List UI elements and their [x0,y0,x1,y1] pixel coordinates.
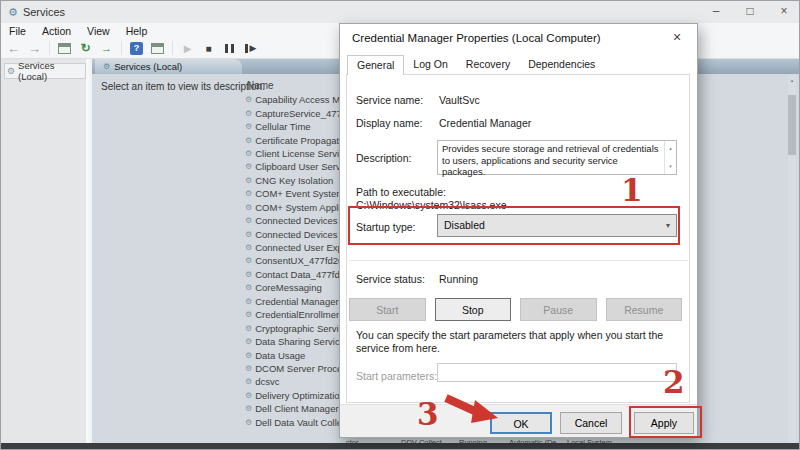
annotation-box-apply [629,406,702,438]
service-list-item[interactable]: Connected User Exp [245,241,341,254]
back-icon[interactable]: ← [5,40,22,56]
resume-button[interactable]: Resume [606,298,683,321]
console-tree-panel: ⚙ Services (Local) [1,59,89,443]
forward-icon[interactable]: → [26,40,43,56]
annotation-step-2: 2 [663,367,685,398]
scroll-down-icon[interactable]: ▾ [669,161,672,173]
start-button[interactable]: Start [349,298,426,321]
vertical-scrollbar[interactable]: ▴ [788,75,796,443]
services-window: ⚙ Services – □ × File Action View Help ←… [0,0,800,450]
help-icon[interactable]: ? [128,40,145,56]
service-name-value: VaultSvc [439,94,480,106]
service-list-item[interactable]: Credential Manager [245,295,341,308]
display-name-value: Credential Manager [439,117,531,129]
tree-item-services-local[interactable]: ⚙ Services (Local) [4,63,86,79]
dialog-close-icon[interactable]: × [665,28,689,48]
maximize-button[interactable]: □ [733,1,767,23]
service-list-item[interactable]: Data Usage [245,348,341,361]
service-list-item[interactable]: Data Sharing Service [245,335,341,348]
toolbar-separator [49,41,50,55]
description-label: Description: [356,152,411,164]
service-list-item[interactable]: dcsvc [245,375,341,388]
service-list-item[interactable]: Cryptographic Servi [245,321,341,334]
stop-service-icon[interactable]: ■ [200,40,217,56]
services-tab-icon: ⚙ [103,62,110,71]
service-list-item[interactable]: Capability Access Ma [245,93,341,106]
description-hint: Select an item to view its description. [101,81,265,92]
section-divider [349,260,688,261]
name-column-header[interactable]: Name [247,80,274,91]
description-scrollbar[interactable]: ▴ ▾ [664,141,676,174]
pause-service-icon[interactable] [221,40,238,56]
annotation-step-3: 3 [417,399,439,430]
tab-general[interactable]: General [347,55,404,75]
service-list-item[interactable]: Delivery Optimizatio [245,389,341,402]
dialog-title: Credential Manager Properties (Local Com… [340,24,697,52]
show-console-tree-icon[interactable] [56,40,73,56]
scroll-up-icon[interactable]: ▴ [788,77,796,83]
path-to-executable-label: Path to executable: [356,186,446,198]
close-button[interactable]: × [767,1,800,23]
tree-item-label: Services (Local) [18,60,85,82]
service-list-item[interactable]: Certificate Propagati [245,133,341,146]
service-list-item[interactable]: Connected Devices P [245,214,341,227]
service-list-item[interactable]: CoreMessaging [245,281,341,294]
scroll-up-icon[interactable]: ▴ [669,143,672,155]
service-control-buttons: Start Stop Pause Resume [349,298,682,321]
service-list-item[interactable]: Client License Servic [245,147,341,160]
window-title: Services [23,6,65,18]
restart-service-icon[interactable]: ▶ [242,40,259,56]
toolbar-separator [121,41,122,55]
service-status-value: Running [439,273,478,285]
menu-help[interactable]: Help [118,25,156,37]
service-list-item[interactable]: DCOM Server Proces [245,362,341,375]
service-list-item[interactable]: CaptureService_477f [245,106,341,119]
export-list-icon[interactable]: → [98,40,115,56]
refresh-icon[interactable]: ↻ [77,40,94,56]
menu-action[interactable]: Action [34,25,79,37]
service-list-item[interactable]: CNG Key Isolation [245,174,341,187]
service-name-label: Service name: [356,94,423,106]
display-name-label: Display name: [356,117,423,129]
ok-button[interactable]: OK [490,412,552,434]
service-list-item[interactable]: CredentialEnrollmen [245,308,341,321]
service-list-item[interactable]: Contact Data_477fd2 [245,268,341,281]
dialog-tabs: General Log On Recovery Dependencies [347,55,604,75]
menu-view[interactable]: View [79,25,118,37]
service-list-item[interactable]: ConsentUX_477fd20 [245,254,341,267]
service-list-item[interactable]: Dell Data Vault Colle [245,416,341,429]
start-parameters-label: Start parameters: [356,370,437,382]
services-app-icon: ⚙ [8,6,18,19]
annotation-step-1: 1 [621,175,643,206]
start-parameters-input[interactable] [437,363,677,382]
minimize-button[interactable]: – [699,1,733,23]
annotation-arrow-icon [443,392,499,426]
annotation-box-startup-type [348,206,680,245]
service-status-label: Service status: [356,273,425,285]
services-list: Capability Access MaCaptureService_477fC… [245,93,341,429]
service-list-item[interactable]: COM+ Event System [245,187,341,200]
services-node-icon: ⚙ [7,66,15,76]
toolbar-separator [172,41,173,55]
service-list-item[interactable]: Dell Client Manager [245,402,341,415]
service-list-item[interactable]: Connected Devices P [245,227,341,240]
service-list-item[interactable]: Cellular Time [245,120,341,133]
tab-recovery[interactable]: Recovery [457,55,519,75]
bottom-dark-bar [1,443,800,449]
services-tab-label: Services (Local) [114,61,182,72]
description-textbox[interactable]: Provides secure storage and retrieval of… [437,140,677,175]
stop-button[interactable]: Stop [435,298,512,321]
services-local-tab[interactable]: ⚙ Services (Local) [95,59,242,74]
tab-dependencies[interactable]: Dependencies [519,55,604,75]
tab-log-on[interactable]: Log On [404,55,456,75]
service-list-item[interactable]: COM+ System Appli [245,201,341,214]
cancel-button[interactable]: Cancel [560,412,622,434]
title-bar: ⚙ Services – □ × [1,1,800,23]
service-list-item[interactable]: Clipboard User Servi [245,160,341,173]
pause-button[interactable]: Pause [520,298,597,321]
properties-icon[interactable] [149,40,166,56]
start-parameters-hint: You can specify the start parameters tha… [356,329,678,355]
menu-file[interactable]: File [1,25,34,37]
scrollbar-thumb[interactable] [788,95,796,155]
start-service-icon[interactable]: ▶ [179,40,196,56]
